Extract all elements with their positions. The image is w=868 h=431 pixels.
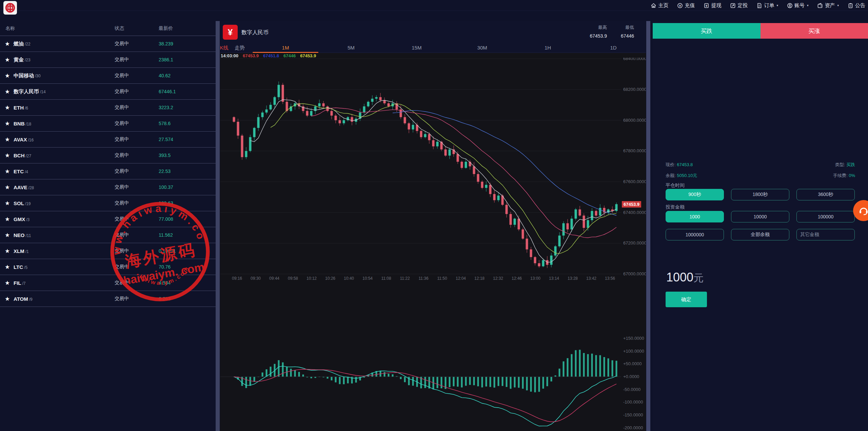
chart-mode-tab-kline[interactable]: K线 [220,45,228,51]
favorite-star-icon[interactable]: ★ [5,104,10,111]
instrument-row-数字人民币[interactable]: ★数字人民币/14交易中67446.1 [0,84,220,100]
instrument-name: 中国移动/30 [14,73,41,79]
sidebar-scrollbar[interactable] [216,21,220,431]
time-axis-label: 11:50 [437,276,447,281]
candle-body [550,256,553,265]
notice-icon [848,3,853,8]
macd-histogram-bar [604,357,605,377]
instrument-name: ETC/4 [14,169,28,174]
candle-body [249,137,252,151]
timeframe-tab-30M[interactable]: 30M [477,45,487,51]
instrument-row-ATOM[interactable]: ★ATOM/9交易中6.263 [0,291,220,307]
instrument-row-燃油[interactable]: ★燃油/22交易中38.239 [0,36,220,52]
instrument-row-ETC[interactable]: ★ETC/4交易中22.53 [0,163,220,179]
time-axis-label: 09:30 [251,276,261,281]
favorite-star-icon[interactable]: ★ [5,72,10,79]
instrument-row-LTC[interactable]: ★LTC/5交易中70.76 [0,259,220,275]
duration-option-1800秒[interactable]: 1800秒 [731,189,789,200]
nav-item-home[interactable]: 主页 [651,2,668,9]
macd-histogram-bar [425,377,426,388]
kline-macd-chart[interactable]: 68400.0000068200.0000068000.0000067800.0… [220,58,646,431]
favorite-star-icon[interactable]: ★ [5,152,10,159]
buy-down-tab[interactable]: 买跌 [653,23,761,39]
amount-option-其它金额[interactable]: 其它金额 [796,229,855,240]
candle-body [575,210,577,219]
favorite-star-icon[interactable]: ★ [5,263,10,271]
timeframe-tab-1M[interactable]: 1M [282,45,289,51]
instrument-status: 交易中 [115,168,129,174]
candle-body [534,257,536,263]
instrument-row-ETH[interactable]: ★ETH/6交易中3223.2 [0,100,220,116]
instrument-row-FIL[interactable]: ★FIL/7交易中4.534 [0,275,220,291]
nav-item-assets[interactable]: 资产▾ [817,2,839,9]
nav-item-notice[interactable]: 公告 [848,2,865,9]
instrument-status: 交易中 [115,216,129,222]
amount-option-100000[interactable]: 100000 [796,211,855,222]
instrument-code: /6 [25,106,28,111]
instrument-name: FIL/7 [14,280,26,286]
amount-option-全部余额[interactable]: 全部余额 [731,229,789,240]
instrument-status: 交易中 [115,264,129,270]
instrument-row-BNB[interactable]: ★BNB/18交易中578.6 [0,116,220,132]
favorite-star-icon[interactable]: ★ [5,184,10,191]
favorite-star-icon[interactable]: ★ [5,56,10,63]
instrument-name: NEO/11 [14,232,31,238]
instrument-row-AVAX[interactable]: ★AVAX/16交易中27.574 [0,132,220,148]
instrument-price: 182.63 [159,200,173,206]
amount-option-10000[interactable]: 10000 [731,211,789,222]
amount-option-1000[interactable]: 1000 [666,211,724,222]
favorite-star-icon[interactable]: ★ [5,248,10,255]
instrument-row-GMX[interactable]: ★GMX/3交易中77.008 [0,211,220,227]
amount-option-1000000[interactable]: 1000000 [666,229,724,240]
macd-histogram-bar [477,377,479,386]
nav-item-recharge[interactable]: ¥充值 [677,2,695,9]
nav-item-orders[interactable]: 订单▾ [756,2,778,9]
instrument-row-NEO[interactable]: ★NEO/11交易中11.562 [0,227,220,243]
buy-up-tab[interactable]: 买涨 [761,23,868,39]
favorite-star-icon[interactable]: ★ [5,168,10,175]
duration-option-900秒[interactable]: 900秒 [666,189,724,200]
candle-body [436,142,439,146]
instrument-row-AAVE[interactable]: ★AAVE/28交易中100.37 [0,179,220,195]
instrument-row-SOL[interactable]: ★SOL/19交易中182.63 [0,195,220,211]
candle-body [327,106,329,111]
favorite-star-icon[interactable]: ★ [5,295,10,302]
instrument-status: 交易中 [115,73,129,79]
favorite-star-icon[interactable]: ★ [5,136,10,143]
chart-mode-tab-trend[interactable]: 走势 [235,45,245,51]
nav-item-invest[interactable]: 定投 [730,2,748,9]
price-axis-label: 67600.00000 [623,179,646,184]
top-navigation-bar: 主页¥充值¥提现定投订单▾账号▾资产▾公告 [0,0,868,11]
timeframe-tab-1H[interactable]: 1H [545,45,551,51]
nav-item-label: 充值 [685,2,695,9]
favorite-star-icon[interactable]: ★ [5,232,10,239]
instrument-code: /18 [26,122,32,126]
duration-option-3600秒[interactable]: 3600秒 [796,189,855,200]
favorite-star-icon[interactable]: ★ [5,120,10,127]
favorite-star-icon[interactable]: ★ [5,216,10,223]
macd-histogram-bar [270,367,272,377]
favorite-star-icon[interactable]: ★ [5,200,10,207]
chart-scrollbar[interactable] [646,21,650,431]
orders-icon [756,3,762,8]
nav-item-withdraw[interactable]: ¥提现 [704,2,721,9]
timeframe-tab-15M[interactable]: 15M [412,45,421,51]
high-label: 最高 [590,24,607,31]
instrument-row-BCH[interactable]: ★BCH/27交易中393.5 [0,148,220,163]
instrument-row-中国移动[interactable]: ★中国移动/30交易中40.62 [0,68,220,84]
nav-item-account[interactable]: 账号▾ [787,2,809,9]
price-value: 67453.8 [677,162,693,167]
confirm-button[interactable]: 确定 [666,292,707,307]
time-axis-label: 11:22 [400,276,410,281]
timeframe-tab-1D[interactable]: 1D [610,45,616,51]
timeframe-tab-5M[interactable]: 5M [348,45,355,51]
session-high: 最高 67453.9 [590,24,607,39]
instrument-row-黄金[interactable]: ★黄金/23交易中2386.1 [0,52,220,68]
app-logo[interactable] [3,1,17,15]
favorite-star-icon[interactable]: ★ [5,88,10,95]
chart-tab-bar: K线走势1M5M15M30M1H1D [220,43,646,53]
candle-body [497,196,500,200]
instrument-row-XLM[interactable]: ★XLM/1交易中0.10101 [0,243,220,259]
favorite-star-icon[interactable]: ★ [5,279,10,287]
favorite-star-icon[interactable]: ★ [5,40,10,47]
